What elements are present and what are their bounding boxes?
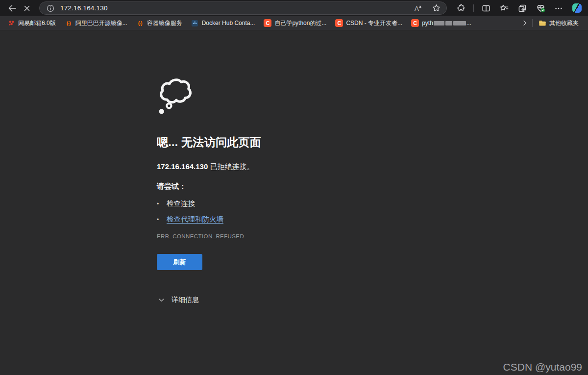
watermark: CSDN @yutao99 bbox=[503, 361, 582, 373]
copilot-button[interactable] bbox=[569, 2, 584, 15]
bookmark-item[interactable]: 网易邮箱6.0版 bbox=[3, 18, 60, 29]
url-text[interactable]: 172.16.164.130 bbox=[60, 4, 406, 12]
read-aloud-icon: A bbox=[413, 3, 423, 13]
star-icon bbox=[432, 3, 441, 13]
bullet-glyph: • bbox=[157, 216, 167, 223]
csdn-favicon: C bbox=[411, 19, 419, 27]
redacted-text-block bbox=[445, 21, 452, 25]
refused-text: 已拒绝连接。 bbox=[208, 162, 254, 171]
aliyun-favicon: (-) bbox=[65, 19, 73, 27]
other-favorites-label: 其他收藏夹 bbox=[549, 19, 579, 27]
redacted-text-block bbox=[453, 21, 466, 25]
aliyun-favicon: (-) bbox=[136, 19, 144, 27]
toolbar-right-icons bbox=[454, 2, 584, 15]
bookmark-item[interactable]: C CSDN - 专业开发者... bbox=[331, 18, 407, 29]
favorites-button[interactable] bbox=[497, 2, 512, 15]
read-aloud-button[interactable]: A bbox=[412, 2, 424, 15]
bookmark-label: CSDN - 专业开发者... bbox=[346, 19, 402, 27]
favorite-this-page-button[interactable] bbox=[430, 2, 442, 15]
folder-icon bbox=[539, 19, 546, 27]
extensions-button[interactable] bbox=[454, 2, 468, 15]
error-code: ERR_CONNECTION_REFUSED bbox=[157, 233, 421, 239]
extensions-icon bbox=[456, 3, 466, 13]
address-bar[interactable]: 172.16.164.130 A bbox=[39, 1, 447, 15]
bookmark-label: 网易邮箱6.0版 bbox=[18, 19, 56, 27]
csdn-favicon: C bbox=[264, 19, 271, 27]
redacted-text-block bbox=[434, 21, 444, 25]
thought-bubble-icon bbox=[157, 76, 192, 115]
error-page: 嗯... 无法访问此页面 172.16.164.130 已拒绝连接。 请尝试： … bbox=[0, 30, 588, 375]
suggestion-item: • 检查连接 bbox=[157, 199, 421, 208]
csdn-favicon: C bbox=[335, 19, 343, 27]
bookmark-label: Docker Hub Conta... bbox=[202, 20, 255, 26]
svg-text:A: A bbox=[415, 5, 419, 12]
back-icon bbox=[7, 3, 17, 13]
stop-icon bbox=[22, 3, 32, 13]
refresh-button[interactable]: 刷新 bbox=[157, 254, 202, 270]
bookmark-item[interactable]: Docker Hub Conta... bbox=[187, 18, 260, 28]
bookmark-label: 自己学python的过... bbox=[274, 19, 326, 27]
split-screen-button[interactable] bbox=[479, 2, 493, 15]
settings-more-button[interactable] bbox=[551, 2, 566, 15]
refused-host: 172.16.164.130 bbox=[157, 162, 208, 171]
details-label: 详细信息 bbox=[172, 296, 199, 304]
bookmark-label: 阿里巴巴开源镜像... bbox=[75, 19, 127, 27]
docker-favicon bbox=[191, 19, 199, 27]
suggestion-label: 检查连接 bbox=[167, 199, 195, 208]
bookmark-label: 容器镜像服务 bbox=[147, 19, 182, 27]
bookmark-item[interactable]: (-) 阿里巴巴开源镜像... bbox=[60, 18, 132, 29]
stop-button[interactable] bbox=[20, 2, 34, 15]
bullet-glyph: • bbox=[157, 200, 167, 207]
split-screen-icon bbox=[481, 3, 491, 13]
browser-toolbar: 172.16.164.130 A bbox=[0, 0, 588, 16]
bookmarks-divider bbox=[532, 19, 533, 27]
collections-button[interactable] bbox=[515, 2, 530, 15]
back-button[interactable] bbox=[5, 2, 20, 15]
collections-icon bbox=[517, 3, 527, 13]
netease-mail-favicon bbox=[7, 19, 15, 27]
browser-essentials-button[interactable] bbox=[533, 2, 548, 15]
favorites-star-lines-icon bbox=[499, 3, 509, 13]
error-message: 172.16.164.130 已拒绝连接。 bbox=[157, 162, 421, 172]
bookmark-item-redacted[interactable]: C pyth... bbox=[407, 18, 476, 28]
bookmark-item[interactable]: (-) 容器镜像服务 bbox=[132, 18, 187, 29]
chevron-right-icon bbox=[521, 19, 529, 27]
chevron-down-icon bbox=[158, 297, 165, 304]
toolbar-divider bbox=[473, 4, 474, 12]
bookmarks-bar: 网易邮箱6.0版 (-) 阿里巴巴开源镜像... (-) 容器镜像服务 Dock… bbox=[0, 16, 588, 30]
bookmark-label: pyth... bbox=[422, 20, 471, 26]
suggestion-item: • 检查代理和防火墙 bbox=[157, 215, 421, 224]
copilot-icon bbox=[572, 3, 582, 13]
check-proxy-firewall-link[interactable]: 检查代理和防火墙 bbox=[167, 215, 223, 224]
bookmarks-overflow-button[interactable] bbox=[519, 17, 531, 29]
browser-essentials-icon bbox=[536, 3, 546, 13]
details-toggle[interactable]: 详细信息 bbox=[158, 296, 199, 304]
more-dots-icon bbox=[554, 3, 564, 13]
error-content: 嗯... 无法访问此页面 172.16.164.130 已拒绝连接。 请尝试： … bbox=[157, 76, 421, 304]
bookmark-item[interactable]: C 自己学python的过... bbox=[259, 18, 331, 29]
error-title: 嗯... 无法访问此页面 bbox=[157, 135, 421, 150]
site-info-icon[interactable] bbox=[46, 4, 55, 13]
other-favorites-folder[interactable]: 其他收藏夹 bbox=[534, 18, 583, 29]
try-heading: 请尝试： bbox=[157, 182, 421, 191]
